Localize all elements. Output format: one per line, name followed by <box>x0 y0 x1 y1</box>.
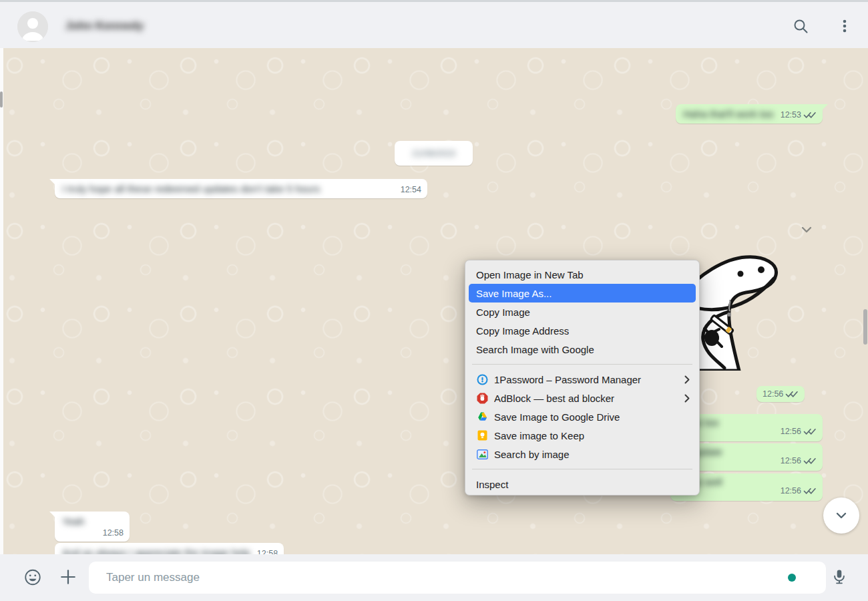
double-check-icon <box>785 390 799 398</box>
menu-item-search-by-image[interactable]: Search by image <box>465 445 699 463</box>
message-bubble-incoming[interactable]: I truly hope all these redeemed updates … <box>55 179 427 198</box>
presence-dot <box>788 574 796 582</box>
message-meta: 12:53 <box>781 110 817 120</box>
contact-name[interactable]: John Kennedy <box>65 2 144 50</box>
message-meta: 12:54 <box>401 185 421 194</box>
date-divider: 21/08/2023 <box>395 141 473 166</box>
message-time: 12:54 <box>401 185 421 194</box>
message-bubble-incoming[interactable]: Yeah 12:58 <box>55 512 130 542</box>
menu-item-save-image-as[interactable]: Save Image As... <box>469 284 696 303</box>
message-text: I truly hope all these redeemed updates … <box>62 183 320 194</box>
menu-item-copy-image[interactable]: Copy Image <box>465 303 699 321</box>
menu-item-adblock[interactable]: AdBlock — best ad blocker <box>465 389 699 407</box>
1password-icon <box>476 373 488 385</box>
message-time: 12:58 <box>103 528 124 538</box>
submenu-chevron-icon <box>684 394 690 403</box>
menu-separator <box>472 364 692 365</box>
attach-plus-icon[interactable] <box>59 568 77 586</box>
left-panel-edge <box>0 48 3 601</box>
message-time: 12:53 <box>781 110 801 120</box>
message-options-chevron-icon[interactable] <box>797 224 816 239</box>
message-time: 12:56 <box>763 389 783 399</box>
search-by-image-icon <box>476 448 488 460</box>
emoji-picker-icon[interactable] <box>24 568 41 586</box>
google-drive-icon <box>476 411 488 423</box>
double-check-icon <box>803 427 817 435</box>
chevron-down-icon <box>832 506 851 525</box>
default-avatar-icon <box>17 11 48 42</box>
google-keep-icon <box>476 429 488 441</box>
scroll-to-bottom-button[interactable] <box>823 497 859 534</box>
submenu-chevron-icon <box>684 375 690 384</box>
browser-context-menu: Open Image in New Tab Save Image As... C… <box>465 260 700 495</box>
message-bubble-outgoing[interactable]: Haha that'll work too 12:53 <box>676 104 823 124</box>
avatar[interactable] <box>17 11 48 42</box>
kebab-menu-icon[interactable] <box>836 17 853 35</box>
menu-separator <box>472 469 692 469</box>
menu-item-open-image-new-tab[interactable]: Open Image in New Tab <box>465 265 699 284</box>
menu-item-save-image-to-google-drive[interactable]: Save Image to Google Drive <box>465 407 699 426</box>
left-panel-scrollbar-thumb[interactable] <box>0 91 3 108</box>
chat-header: John Kennedy <box>0 0 868 48</box>
menu-item-search-image-with-google[interactable]: Search Image with Google <box>465 340 699 359</box>
sticker-time-badge: 12:56 <box>756 386 805 402</box>
message-time: 12:56 <box>781 427 801 436</box>
search-icon[interactable] <box>792 17 809 35</box>
message-composer-bar: Taper un message <box>0 554 868 601</box>
message-input[interactable]: Taper un message <box>89 562 826 594</box>
chat-message-panel: Haha that'll work too 12:53 21/08/2023 I… <box>0 48 868 554</box>
double-check-icon <box>803 111 817 119</box>
adblock-icon <box>476 392 488 404</box>
double-check-icon <box>803 487 817 495</box>
voice-message-mic-icon[interactable] <box>831 568 848 586</box>
double-check-icon <box>803 457 817 465</box>
menu-item-copy-image-address[interactable]: Copy Image Address <box>465 321 699 340</box>
menu-item-1password[interactable]: 1Password – Password Manager <box>465 370 699 389</box>
message-time: 12:56 <box>781 486 801 495</box>
message-text: Haha that'll work too <box>683 108 773 120</box>
menu-item-inspect[interactable]: Inspect <box>465 475 699 493</box>
menu-item-save-image-to-keep[interactable]: Save image to Keep <box>465 426 699 445</box>
chat-scrollbar-thumb[interactable] <box>863 309 867 345</box>
message-input-placeholder: Taper un message <box>106 571 200 584</box>
message-time: 12:56 <box>781 456 801 465</box>
message-text: Yeah <box>62 516 124 527</box>
